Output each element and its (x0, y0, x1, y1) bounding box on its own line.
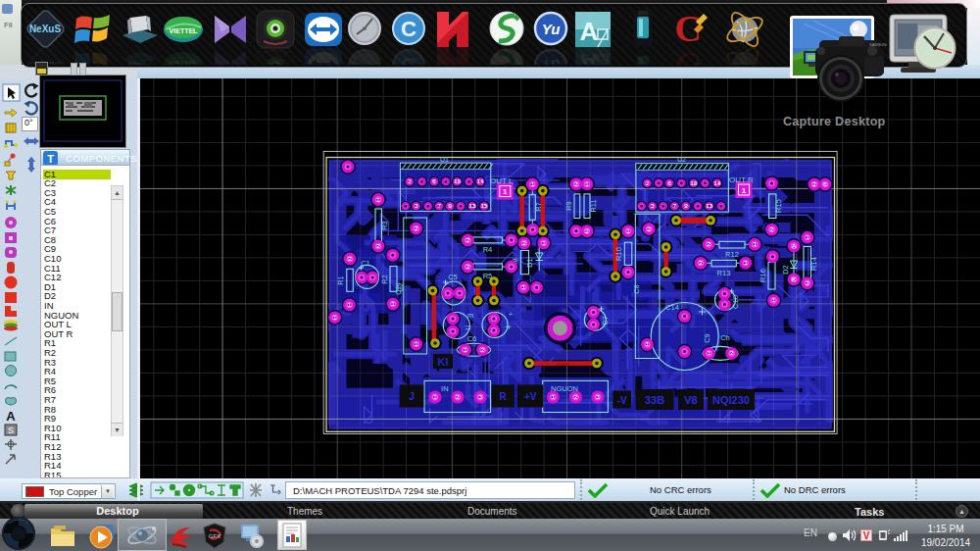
svg-text:NeXuS: NeXuS (29, 24, 62, 34)
svg-text:R14: R14 (809, 257, 818, 271)
svg-text:14: 14 (713, 180, 720, 186)
svg-text:D2: D2 (781, 265, 790, 275)
svg-text:GFX: GFX (209, 533, 220, 539)
svg-text:33B: 33B (645, 394, 664, 406)
svg-text:D1: D1 (525, 258, 534, 268)
svg-text:R4: R4 (483, 245, 493, 254)
svg-text:R15: R15 (774, 199, 783, 213)
svg-text:KI: KI (438, 356, 449, 368)
svg-text:T: T (47, 153, 54, 165)
svg-text:C10: C10 (731, 295, 740, 309)
svg-text:-V: -V (617, 395, 627, 406)
svg-text:C1: C1 (361, 259, 370, 268)
svg-text:R9: R9 (564, 201, 573, 211)
svg-text:+: + (509, 310, 514, 319)
svg-text:C5: C5 (448, 273, 458, 281)
svg-text:#00039: #00039 (556, 362, 570, 367)
svg-text:A: A (580, 17, 599, 46)
svg-text:C7: C7 (601, 316, 610, 326)
svg-text:R1: R1 (336, 276, 345, 285)
svg-text:IN: IN (441, 384, 449, 393)
svg-text:VIETTEL: VIETTEL (170, 60, 199, 65)
svg-text:+: + (745, 376, 750, 384)
svg-text:13: 13 (469, 203, 476, 209)
svg-text:U1: U1 (440, 156, 449, 163)
svg-text:C9: C9 (703, 333, 711, 343)
svg-text:OUT R: OUT R (729, 175, 754, 184)
svg-text:C: C (401, 53, 416, 65)
svg-text:R12: R12 (725, 250, 739, 259)
svg-text:R2: R2 (380, 275, 389, 284)
svg-text:K: K (792, 276, 797, 282)
svg-text:C2: C2 (394, 285, 403, 295)
svg-text:C8: C8 (632, 284, 641, 294)
svg-text:R: R (500, 391, 508, 402)
svg-text:S: S (8, 426, 14, 435)
svg-text:Yu: Yu (542, 21, 561, 37)
svg-text:J: J (409, 391, 415, 402)
svg-text:OUT L: OUT L (490, 176, 514, 185)
svg-text:A: A (6, 409, 16, 424)
svg-text:10: 10 (454, 178, 461, 184)
svg-text:A: A (580, 48, 599, 65)
svg-text:4: 4 (504, 326, 513, 329)
svg-text:VIETTEL: VIETTEL (170, 27, 199, 34)
svg-text:14: 14 (477, 178, 484, 184)
svg-text:C6: C6 (467, 334, 477, 343)
svg-text:R7: R7 (534, 202, 543, 212)
svg-text:R11: R11 (589, 199, 598, 212)
svg-text:13: 13 (706, 203, 712, 209)
svg-text:10: 10 (690, 180, 697, 186)
svg-text:Ch: Ch (720, 333, 730, 342)
svg-text:1: 1 (503, 187, 508, 196)
svg-text:1: 1 (742, 186, 747, 195)
svg-text:+V: +V (524, 391, 537, 402)
svg-text:V8: V8 (684, 394, 697, 406)
svg-text:U: U (464, 325, 472, 329)
svg-text:m: m (467, 311, 473, 320)
svg-text:Yu: Yu (542, 57, 561, 65)
svg-text:U2: U2 (677, 156, 686, 163)
svg-text:C: C (401, 17, 416, 41)
svg-text:R3: R3 (380, 221, 389, 230)
svg-text:R13: R13 (717, 269, 731, 277)
svg-text:R16: R16 (759, 269, 767, 282)
svg-text:A: A (792, 243, 797, 249)
svg-text:15: 15 (481, 203, 488, 209)
svg-text:R10: R10 (614, 247, 623, 261)
svg-text:NQI230: NQI230 (712, 394, 750, 406)
svg-text:C14: C14 (665, 303, 679, 312)
